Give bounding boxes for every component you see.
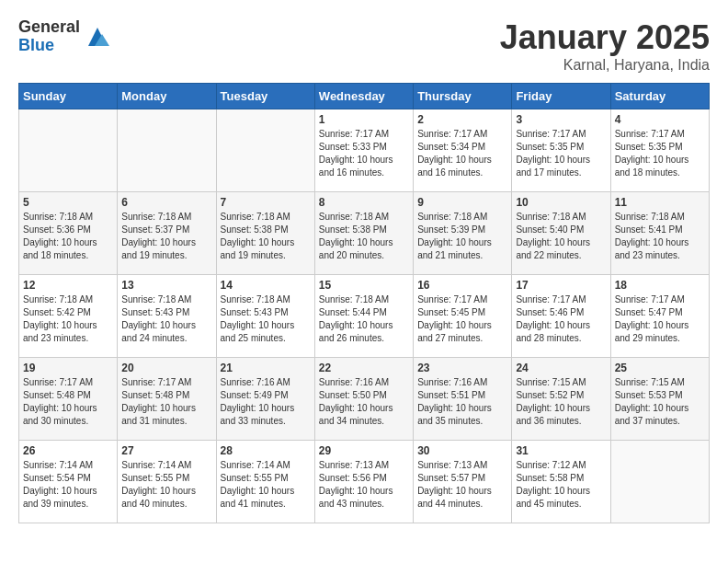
day-cell: 1Sunrise: 7:17 AM Sunset: 5:33 PM Daylig… (314, 109, 413, 192)
logo-blue: Blue (18, 37, 80, 55)
day-cell: 3Sunrise: 7:17 AM Sunset: 5:35 PM Daylig… (512, 109, 610, 192)
day-number: 16 (417, 279, 507, 292)
day-info: Sunrise: 7:16 AM Sunset: 5:51 PM Dayligh… (417, 376, 507, 428)
day-info: Sunrise: 7:17 AM Sunset: 5:48 PM Dayligh… (121, 376, 211, 428)
day-cell (610, 441, 709, 523)
weekday-header-tuesday: Tuesday (216, 84, 314, 109)
day-number: 22 (319, 362, 409, 374)
day-cell: 17Sunrise: 7:17 AM Sunset: 5:46 PM Dayli… (512, 275, 610, 358)
day-info: Sunrise: 7:14 AM Sunset: 5:54 PM Dayligh… (23, 459, 113, 511)
day-info: Sunrise: 7:17 AM Sunset: 5:48 PM Dayligh… (23, 376, 113, 428)
day-info: Sunrise: 7:18 AM Sunset: 5:42 PM Dayligh… (23, 293, 113, 345)
day-cell: 5Sunrise: 7:18 AM Sunset: 5:36 PM Daylig… (19, 192, 118, 275)
week-row-2: 5Sunrise: 7:18 AM Sunset: 5:36 PM Daylig… (19, 192, 710, 275)
day-number: 19 (23, 362, 113, 374)
day-cell: 31Sunrise: 7:12 AM Sunset: 5:58 PM Dayli… (512, 441, 610, 523)
day-number: 26 (23, 444, 113, 457)
day-cell: 7Sunrise: 7:18 AM Sunset: 5:38 PM Daylig… (216, 192, 314, 275)
logo: General Blue (18, 18, 111, 55)
day-cell: 22Sunrise: 7:16 AM Sunset: 5:50 PM Dayli… (314, 358, 413, 441)
day-info: Sunrise: 7:18 AM Sunset: 5:43 PM Dayligh… (221, 293, 311, 345)
day-cell (19, 109, 118, 192)
day-info: Sunrise: 7:18 AM Sunset: 5:38 PM Dayligh… (319, 211, 409, 262)
day-number: 20 (121, 362, 211, 374)
day-number: 15 (319, 279, 409, 292)
day-info: Sunrise: 7:17 AM Sunset: 5:34 PM Dayligh… (417, 128, 507, 179)
day-cell: 21Sunrise: 7:16 AM Sunset: 5:49 PM Dayli… (216, 358, 314, 441)
day-info: Sunrise: 7:13 AM Sunset: 5:57 PM Dayligh… (417, 459, 507, 511)
day-number: 25 (615, 362, 705, 374)
day-cell: 24Sunrise: 7:15 AM Sunset: 5:52 PM Dayli… (512, 358, 610, 441)
day-number: 24 (516, 362, 606, 374)
weekday-header-saturday: Saturday (610, 84, 709, 109)
day-number: 23 (417, 362, 507, 374)
day-info: Sunrise: 7:14 AM Sunset: 5:55 PM Dayligh… (221, 459, 311, 511)
day-info: Sunrise: 7:18 AM Sunset: 5:40 PM Dayligh… (516, 211, 606, 262)
logo-general: General (18, 18, 80, 37)
day-number: 6 (121, 196, 211, 209)
day-info: Sunrise: 7:18 AM Sunset: 5:36 PM Dayligh… (23, 211, 113, 262)
day-number: 30 (417, 444, 507, 457)
day-number: 10 (516, 196, 606, 209)
day-cell: 13Sunrise: 7:18 AM Sunset: 5:43 PM Dayli… (118, 275, 216, 358)
day-info: Sunrise: 7:17 AM Sunset: 5:45 PM Dayligh… (417, 293, 507, 345)
weekday-header-row: SundayMondayTuesdayWednesdayThursdayFrid… (19, 84, 710, 109)
day-number: 7 (221, 196, 311, 209)
day-cell: 20Sunrise: 7:17 AM Sunset: 5:48 PM Dayli… (118, 358, 216, 441)
day-number: 17 (516, 279, 606, 292)
day-info: Sunrise: 7:13 AM Sunset: 5:56 PM Dayligh… (319, 459, 409, 511)
day-info: Sunrise: 7:18 AM Sunset: 5:39 PM Dayligh… (417, 211, 507, 262)
day-info: Sunrise: 7:17 AM Sunset: 5:35 PM Dayligh… (615, 128, 705, 179)
day-cell: 27Sunrise: 7:14 AM Sunset: 5:55 PM Dayli… (118, 441, 216, 523)
day-cell: 26Sunrise: 7:14 AM Sunset: 5:54 PM Dayli… (19, 441, 118, 523)
day-number: 21 (221, 362, 311, 374)
day-number: 11 (615, 196, 705, 209)
day-cell: 12Sunrise: 7:18 AM Sunset: 5:42 PM Dayli… (19, 275, 118, 358)
page-header: General Blue January 2025 Karnal, Haryan… (18, 18, 710, 74)
day-cell: 28Sunrise: 7:14 AM Sunset: 5:55 PM Dayli… (216, 441, 314, 523)
day-cell: 6Sunrise: 7:18 AM Sunset: 5:37 PM Daylig… (118, 192, 216, 275)
day-info: Sunrise: 7:16 AM Sunset: 5:50 PM Dayligh… (319, 376, 409, 428)
day-info: Sunrise: 7:17 AM Sunset: 5:46 PM Dayligh… (516, 293, 606, 345)
day-cell: 15Sunrise: 7:18 AM Sunset: 5:44 PM Dayli… (314, 275, 413, 358)
weekday-header-monday: Monday (118, 84, 216, 109)
day-cell: 11Sunrise: 7:18 AM Sunset: 5:41 PM Dayli… (610, 192, 709, 275)
logo-text: General Blue (18, 18, 80, 55)
day-number: 9 (417, 196, 507, 209)
day-cell: 23Sunrise: 7:16 AM Sunset: 5:51 PM Dayli… (414, 358, 512, 441)
weekday-header-friday: Friday (512, 84, 610, 109)
day-info: Sunrise: 7:14 AM Sunset: 5:55 PM Dayligh… (121, 459, 211, 511)
day-number: 28 (221, 444, 311, 457)
weekday-header-wednesday: Wednesday (314, 84, 413, 109)
day-cell: 19Sunrise: 7:17 AM Sunset: 5:48 PM Dayli… (19, 358, 118, 441)
day-cell: 16Sunrise: 7:17 AM Sunset: 5:45 PM Dayli… (414, 275, 512, 358)
day-info: Sunrise: 7:17 AM Sunset: 5:35 PM Dayligh… (516, 128, 606, 179)
day-number: 8 (319, 196, 409, 209)
weekday-header-sunday: Sunday (19, 84, 118, 109)
week-row-3: 12Sunrise: 7:18 AM Sunset: 5:42 PM Dayli… (19, 275, 710, 358)
day-info: Sunrise: 7:15 AM Sunset: 5:52 PM Dayligh… (516, 376, 606, 428)
logo-icon (84, 23, 111, 51)
week-row-1: 1Sunrise: 7:17 AM Sunset: 5:33 PM Daylig… (19, 109, 710, 192)
week-row-4: 19Sunrise: 7:17 AM Sunset: 5:48 PM Dayli… (19, 358, 710, 441)
day-cell: 18Sunrise: 7:17 AM Sunset: 5:47 PM Dayli… (610, 275, 709, 358)
calendar-table: SundayMondayTuesdayWednesdayThursdayFrid… (18, 83, 710, 523)
day-cell (216, 109, 314, 192)
day-info: Sunrise: 7:17 AM Sunset: 5:47 PM Dayligh… (615, 293, 705, 345)
day-number: 12 (23, 279, 113, 292)
day-number: 13 (121, 279, 211, 292)
day-cell: 14Sunrise: 7:18 AM Sunset: 5:43 PM Dayli… (216, 275, 314, 358)
day-cell: 9Sunrise: 7:18 AM Sunset: 5:39 PM Daylig… (414, 192, 512, 275)
location-subtitle: Karnal, Haryana, India (500, 57, 710, 74)
day-cell: 8Sunrise: 7:18 AM Sunset: 5:38 PM Daylig… (314, 192, 413, 275)
day-cell: 10Sunrise: 7:18 AM Sunset: 5:40 PM Dayli… (512, 192, 610, 275)
day-info: Sunrise: 7:18 AM Sunset: 5:37 PM Dayligh… (121, 211, 211, 262)
day-number: 2 (417, 113, 507, 126)
day-number: 18 (615, 279, 705, 292)
week-row-5: 26Sunrise: 7:14 AM Sunset: 5:54 PM Dayli… (19, 441, 710, 523)
day-info: Sunrise: 7:12 AM Sunset: 5:58 PM Dayligh… (516, 459, 606, 511)
day-cell: 4Sunrise: 7:17 AM Sunset: 5:35 PM Daylig… (610, 109, 709, 192)
day-info: Sunrise: 7:15 AM Sunset: 5:53 PM Dayligh… (615, 376, 705, 428)
weekday-header-thursday: Thursday (414, 84, 512, 109)
day-info: Sunrise: 7:16 AM Sunset: 5:49 PM Dayligh… (221, 376, 311, 428)
